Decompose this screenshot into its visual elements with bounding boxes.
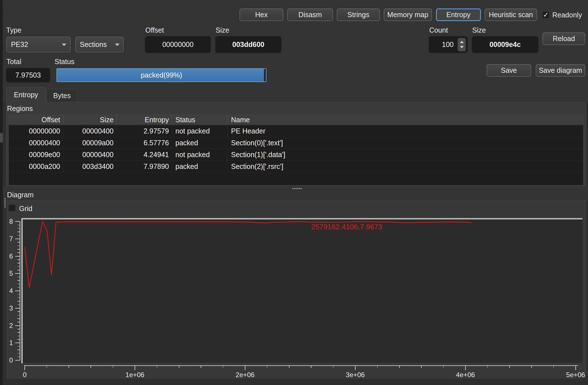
entropy-curve — [23, 219, 582, 363]
offset-label: Offset — [145, 26, 164, 34]
grid-label: Grid — [19, 204, 32, 213]
col-header-entropy[interactable]: Entropy — [117, 115, 172, 125]
offset-field[interactable]: 00000000 — [145, 37, 211, 53]
cell-status: not packed — [172, 149, 228, 160]
cell-entropy: 2.97579 — [117, 125, 172, 137]
total-field: 7.97503 — [6, 68, 50, 82]
size-label: Size — [216, 26, 229, 34]
col-header-offset[interactable]: Offset — [9, 115, 63, 125]
spin-up-icon — [460, 41, 464, 43]
cell-status: not packed — [172, 125, 228, 137]
count-spinbox-value: 100 — [442, 40, 454, 49]
save-button[interactable]: Save — [487, 64, 531, 77]
left-splitter-handle[interactable] — [0, 133, 3, 142]
col-header-size[interactable]: Size — [63, 115, 117, 125]
chevron-down-icon — [115, 44, 119, 46]
scope-combobox[interactable]: Sections — [75, 37, 124, 53]
status-progressbar: packed(99%) — [56, 68, 266, 82]
cell-size: 00000400 — [63, 149, 117, 160]
table-row[interactable]: 00000400 00009a00 6.57776 packed Section… — [9, 137, 583, 149]
cell-size: 00009a00 — [63, 137, 117, 149]
cell-status: packed — [172, 161, 228, 172]
spinner-buttons[interactable] — [458, 38, 466, 51]
regions-title: Regions — [7, 104, 33, 113]
table-row[interactable]: 00000000 00000400 2.97579 not packed PE … — [9, 125, 583, 137]
cell-entropy: 6.57776 — [117, 137, 172, 149]
cell-size: 003d3400 — [63, 161, 117, 172]
left-splitter-strip — [0, 0, 3, 385]
tab-entropy[interactable]: Entropy — [6, 87, 46, 102]
table-row[interactable]: 0000a200 003d3400 7.97890 packed Section… — [9, 161, 583, 173]
type-combobox-value: PE32 — [11, 40, 28, 49]
cell-name: Section(1)['.data'] — [228, 149, 583, 160]
col-header-name[interactable]: Name — [228, 115, 583, 125]
heuristic-scan-button[interactable]: Heuristic scan — [485, 8, 537, 21]
cell-offset: 00000000 — [9, 125, 63, 137]
table-header: Offset Size Entropy Status Name — [9, 115, 583, 125]
size-field[interactable]: 003dd600 — [216, 37, 281, 53]
table-row[interactable]: 00009e00 00000400 4.24941 not packed Sec… — [9, 149, 583, 161]
block-size-field[interactable]: 00009e4c — [472, 37, 538, 53]
cell-offset: 0000a200 — [9, 161, 63, 172]
hex-button[interactable]: Hex — [239, 8, 283, 21]
check-icon: ✓ — [543, 11, 549, 19]
horizontal-splitter-handle[interactable] — [292, 188, 302, 189]
reload-button[interactable]: Reload — [542, 32, 585, 45]
chevron-down-icon — [62, 44, 66, 46]
count-spinbox[interactable]: 100 — [429, 37, 467, 53]
disasm-button[interactable]: Disasm — [287, 8, 333, 21]
col-header-status[interactable]: Status — [172, 115, 228, 125]
type-label: Type — [6, 26, 21, 34]
strings-button[interactable]: Strings — [337, 8, 380, 21]
scope-combobox-value: Sections — [80, 40, 107, 49]
diagram-title: Diagram — [7, 191, 33, 199]
block-size-label: Size — [472, 26, 486, 34]
entropy-button[interactable]: Entropy — [436, 8, 481, 21]
entropy-window: Hex Disasm Strings Memory map Entropy He… — [0, 0, 588, 385]
cell-size: 00000400 — [63, 125, 117, 137]
cell-name: PE Header — [228, 125, 583, 137]
total-label: Total — [6, 57, 21, 66]
memory-map-button[interactable]: Memory map — [384, 8, 432, 21]
type-combobox[interactable]: PE32 — [6, 37, 71, 53]
cell-status: packed — [172, 137, 228, 149]
cell-entropy: 4.24941 — [117, 149, 172, 160]
spin-down-icon — [460, 46, 464, 48]
status-progressbar-text: packed(99%) — [57, 69, 266, 81]
cell-offset: 00000400 — [9, 137, 63, 149]
grid-checkbox[interactable] — [8, 204, 16, 212]
cursor-annotation: 2579162.4106,7.9673 — [311, 223, 382, 231]
cell-name: Section(0)['.text'] — [228, 137, 583, 149]
cell-offset: 00009e00 — [9, 149, 63, 160]
status-label: Status — [55, 57, 74, 66]
readonly-label: Readonly — [552, 11, 582, 19]
vertical-splitter-handle[interactable] — [4, 198, 6, 208]
readonly-checkbox[interactable]: ✓ — [542, 11, 549, 19]
save-diagram-button[interactable]: Save diagram — [536, 64, 585, 77]
count-label: Count — [429, 26, 448, 34]
tab-bytes[interactable]: Bytes — [46, 89, 78, 102]
regions-table: Offset Size Entropy Status Name 00000000… — [8, 115, 584, 185]
cell-name: Section(2)['.rsrc'] — [228, 161, 583, 172]
cell-entropy: 7.97890 — [117, 161, 172, 172]
